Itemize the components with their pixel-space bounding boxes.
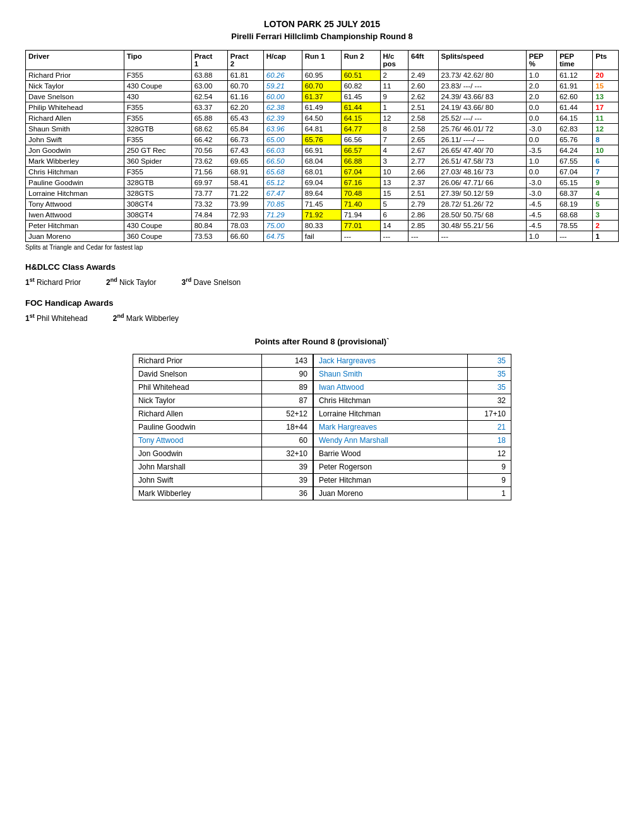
table-row: Iwen Attwood308GT474.8472.9371.2971.9271…: [26, 210, 619, 221]
table-row: Lorraine Hitchman328GTS73.7771.2267.4789…: [26, 188, 619, 199]
col-driver: Driver: [26, 51, 124, 70]
table-row: Dave Snelson43062.5461.1660.0061.3761.45…: [26, 92, 619, 102]
table-row: Shaun Smith328GTB68.6265.8463.9664.8164.…: [26, 124, 619, 135]
hdlcc-title: H&DLCC Class Awards: [25, 262, 619, 272]
table-row: Richard PriorF35563.8861.8160.2660.9560.…: [26, 70, 619, 81]
col-pract2: Pract2: [227, 51, 263, 70]
hdlcc-awards: 1st Richard Prior2nd Nick Taylor3rd Dave…: [25, 277, 619, 287]
points-row: David Snelson90Shaun Smith35: [133, 368, 511, 381]
col-pep-pct: PEP%: [526, 51, 556, 70]
col-pep-time: PEPtime: [557, 51, 593, 70]
results-table: Driver Tipo Pract1 Pract2 H/cap Run 1 Ru…: [25, 50, 619, 242]
table-row: Mark Wibberley360 Spider73.6269.6566.506…: [26, 156, 619, 167]
col-run1: Run 1: [302, 51, 341, 70]
col-splits: Splits/speed: [438, 51, 526, 70]
points-row: Richard Prior143Jack Hargreaves35: [133, 354, 511, 368]
table-row: Tony Attwood308GT473.3273.9970.8571.4571…: [26, 199, 619, 210]
points-row: Nick Taylor87Chris Hitchman32: [133, 394, 511, 408]
page-subtitle: Pirelli Ferrari Hillclimb Championship R…: [25, 32, 619, 41]
table-row: Richard AllenF35565.8865.4362.3964.5064.…: [26, 113, 619, 124]
table-row: Pauline Goodwin328GTB69.9758.4165.1269.0…: [26, 178, 619, 188]
col-hcpos: H/cpos: [380, 51, 408, 70]
col-tipo: Tipo: [124, 51, 191, 70]
table-row: John SwiftF35566.4266.7365.0065.7666.567…: [26, 135, 619, 145]
points-row: Phil Whitehead89Iwan Attwood35: [133, 381, 511, 394]
points-table: Richard Prior143Jack Hargreaves35David S…: [133, 354, 511, 500]
points-row: Tony Attwood60Wendy Ann Marshall18: [133, 434, 511, 447]
foc-title: FOC Handicap Awards: [25, 298, 619, 308]
col-run2: Run 2: [341, 51, 380, 70]
table-row: Juan Moreno360 Coupe73.5366.6064.75fail-…: [26, 231, 619, 242]
col-hcap: H/cap: [263, 51, 302, 70]
points-row: Jon Goodwin32+10Barrie Wood12: [133, 447, 511, 461]
points-title: Points after Round 8 (provisional)`: [25, 337, 619, 346]
table-row: Chris HitchmanF35571.5668.9165.6868.0167…: [26, 167, 619, 178]
points-row: John Marshall39Peter Rogerson9: [133, 461, 511, 474]
points-row: Richard Allen52+12Lorraine Hitchman17+10: [133, 408, 511, 421]
col-pts: Pts: [593, 51, 619, 70]
table-row: Jon Goodwin250 GT Rec70.5667.4366.0366.9…: [26, 145, 619, 156]
points-row: Mark Wibberley36Juan Moreno1: [133, 487, 511, 500]
footnote: Splits at Triangle and Cedar for fastest…: [25, 244, 619, 251]
col-64ft: 64ft: [408, 51, 438, 70]
points-row: John Swift39Peter Hitchman9: [133, 474, 511, 487]
table-row: Nick Taylor430 Coupe63.0060.7059.2160.70…: [26, 81, 619, 92]
foc-awards: 1st Phil Whitehead2nd Mark Wibberley: [25, 313, 619, 323]
points-row: Pauline Goodwin18+44Mark Hargreaves21: [133, 421, 511, 434]
table-row: Peter Hitchman430 Coupe80.8478.0375.0080…: [26, 221, 619, 231]
table-row: Philip WhiteheadF35563.3762.2062.3861.49…: [26, 102, 619, 113]
col-pract1: Pract1: [191, 51, 227, 70]
page-title: LOTON PARK 25 JULY 2015: [25, 19, 619, 29]
